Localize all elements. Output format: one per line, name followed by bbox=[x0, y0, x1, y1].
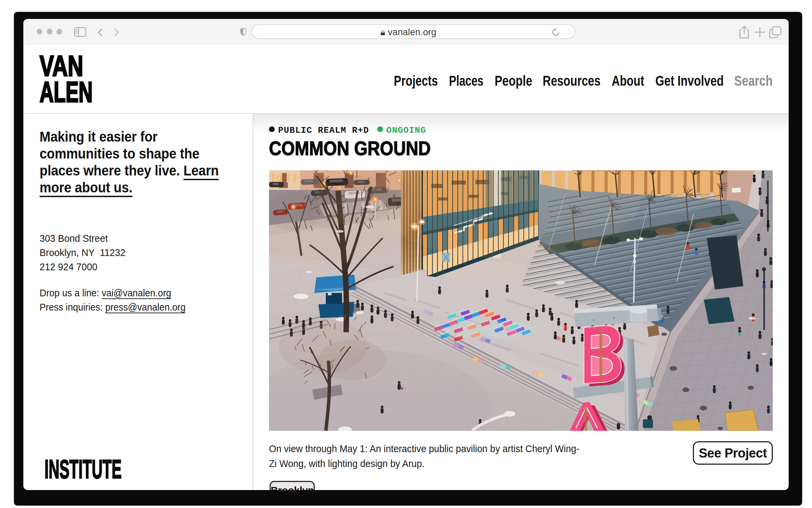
svg-text:Get Involved: Get Involved bbox=[655, 73, 724, 89]
svg-text:ALEN: ALEN bbox=[40, 76, 93, 108]
svg-text:Projects: Projects bbox=[394, 73, 438, 89]
svg-text:INSTITUTE: INSTITUTE bbox=[45, 458, 122, 480]
svg-text:COMMON GROUND: COMMON GROUND bbox=[269, 137, 431, 158]
svg-text:Resources: Resources bbox=[543, 73, 601, 89]
svg-text:People: People bbox=[495, 73, 532, 89]
svg-text:Places: Places bbox=[449, 73, 483, 89]
svg-text:About: About bbox=[612, 73, 644, 89]
svg-text:Search: Search bbox=[734, 73, 773, 89]
